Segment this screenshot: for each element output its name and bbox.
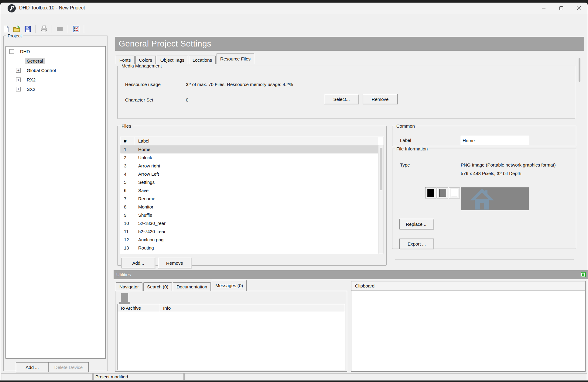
tree-item-label[interactable]: General [25, 58, 45, 64]
messages-col-to-archive[interactable]: To Archive [118, 304, 160, 312]
file-row-label: Unlock [134, 155, 378, 160]
character-set-select-button[interactable]: Select... [324, 94, 359, 104]
open-project-icon[interactable] [12, 25, 21, 33]
settings-tab[interactable]: Object Tags [157, 56, 188, 64]
toolbar-separator [84, 25, 84, 33]
tree-expand-toggle-icon[interactable]: + [16, 68, 21, 73]
label-input[interactable] [461, 136, 529, 145]
file-row[interactable]: 4 Arrow Left [120, 170, 378, 178]
minimize-button[interactable] [535, 3, 552, 14]
page-title: General Project Settings [115, 37, 584, 51]
transfer-checklist-icon[interactable] [71, 25, 80, 33]
replace-button[interactable]: Replace ... [399, 219, 434, 229]
project-groupbox: Project - DHD General + Global Control +… [3, 33, 108, 371]
swatch-gray-button[interactable] [437, 187, 448, 198]
file-row-num: 9 [120, 212, 134, 218]
tree-item-label[interactable]: Global Control [25, 67, 58, 74]
settings-tab[interactable]: Fonts [116, 56, 135, 64]
delete-device-button[interactable]: Delete Device [48, 362, 89, 372]
settings-tab[interactable]: Colors [135, 56, 156, 64]
media-management-groupbox: Media Management Ressource usage 32 of m… [117, 63, 575, 119]
export-button[interactable]: Export ... [399, 239, 434, 249]
type-label: Type [400, 162, 410, 167]
title-bar: DHD Toolbox 10 - New Project [0, 3, 588, 14]
type-value: PNG Image (Portable network graphics for… [461, 162, 556, 167]
files-col-num[interactable]: # [120, 137, 134, 145]
save-project-icon[interactable] [23, 25, 32, 33]
messages-col-info[interactable]: Info [160, 304, 345, 312]
utilities-tab[interactable]: Search (0) [143, 282, 172, 291]
settings-tab[interactable]: Resource Files [217, 53, 254, 64]
file-row[interactable]: 2 Unlock [120, 153, 378, 162]
files-scrollbar-thumb[interactable] [380, 148, 382, 190]
screenshot-icon[interactable] [55, 25, 64, 33]
files-col-label[interactable]: Label [134, 137, 378, 145]
resource-usage-value: 32 of max. 70 Files, Ressource memory us… [186, 82, 293, 87]
tree-item[interactable]: General [6, 57, 105, 65]
file-row[interactable]: 9 Shuffle [120, 211, 378, 219]
file-row-num: 8 [120, 204, 134, 209]
files-scrollbar[interactable] [378, 145, 384, 254]
app-logo-wrench-icon [8, 4, 16, 12]
file-row[interactable]: 5 Settings [120, 178, 378, 186]
utilities-title: Utilities [116, 272, 131, 277]
file-row[interactable]: 10 52-1830_rear [120, 219, 378, 227]
files-remove-button[interactable]: Remove [158, 258, 191, 268]
file-row[interactable]: 11 52-7420_rear [120, 227, 378, 236]
file-row[interactable]: 3 Arrow right [120, 162, 378, 170]
tree-item[interactable]: + Global Control [6, 66, 105, 75]
file-row-label: 52-7420_rear [134, 229, 378, 234]
tree-expand-toggle-icon[interactable]: + [16, 77, 21, 82]
tree-item-label[interactable]: SX2 [25, 86, 37, 92]
file-row[interactable]: 13 Routing [120, 244, 378, 252]
toolbar-separator [52, 25, 52, 33]
add-device-button[interactable]: Add ... [16, 362, 49, 372]
file-row[interactable]: 7 Rename [120, 194, 378, 203]
tree-item-label[interactable]: RX2 [25, 77, 37, 83]
tree-item[interactable]: - DHD [6, 47, 105, 56]
utilities-tab[interactable]: Navigator [116, 282, 142, 291]
toolbar-separator [68, 25, 68, 33]
panel-restore-icon[interactable] [581, 272, 586, 277]
close-button[interactable] [570, 3, 588, 14]
home-image-icon [465, 188, 499, 210]
clipboard-panel: Clipboard [351, 281, 586, 372]
file-row[interactable]: 8 Monitor [120, 203, 378, 211]
tree-expand-toggle-icon[interactable]: - [9, 49, 14, 54]
files-table: # Label 1 Home 2 Unlock 3 Arrow right 4 … [120, 137, 384, 254]
utilities-tab[interactable]: Documentation [173, 282, 211, 291]
common-groupbox: Common Label [392, 123, 576, 146]
files-legend: Files [120, 123, 133, 129]
file-row-num: 12 [120, 237, 134, 242]
files-table-body: 1 Home 2 Unlock 3 Arrow right 4 Arrow Le… [120, 145, 378, 254]
file-row-label: Home [134, 147, 378, 152]
maximize-button[interactable] [552, 3, 570, 14]
character-set-label: Character Set [125, 97, 153, 102]
tree-expand-toggle-icon[interactable]: + [16, 87, 21, 91]
right-scrollbar-thumb[interactable] [579, 58, 580, 82]
new-project-icon[interactable] [1, 25, 10, 33]
swatch-black-button[interactable] [425, 187, 436, 198]
tree-item[interactable]: + RX2 [6, 75, 105, 84]
common-legend: Common [395, 123, 416, 129]
swatch-white-button[interactable] [449, 187, 460, 198]
file-row[interactable]: 6 Save [120, 186, 378, 194]
tree-item-label[interactable]: DHD [18, 48, 32, 55]
status-pane-left [1, 373, 93, 380]
file-row[interactable]: 12 AuxIcon.png [120, 236, 378, 244]
messages-panel: To Archive Info [115, 291, 347, 372]
files-add-button[interactable]: Add... [121, 258, 155, 268]
files-table-header: # Label [120, 137, 378, 145]
settings-tab[interactable]: Locations [189, 56, 216, 64]
file-row-label: Save [134, 188, 378, 193]
file-row-label: Settings [134, 180, 378, 185]
tree-item[interactable]: + SX2 [6, 85, 105, 94]
print-icon[interactable] [39, 25, 48, 33]
character-set-remove-button[interactable]: Remove [363, 94, 398, 104]
messages-table: To Archive Info [117, 304, 345, 370]
app-window: DHD Toolbox 10 - New Project [0, 2, 588, 380]
settings-tabs: FontsColorsObject TagsLocationsResource … [116, 51, 255, 64]
utilities-tab[interactable]: Messages (0) [212, 280, 247, 291]
file-row[interactable]: 1 Home [120, 145, 378, 153]
file-row-label: AuxIcon.png [134, 237, 378, 242]
